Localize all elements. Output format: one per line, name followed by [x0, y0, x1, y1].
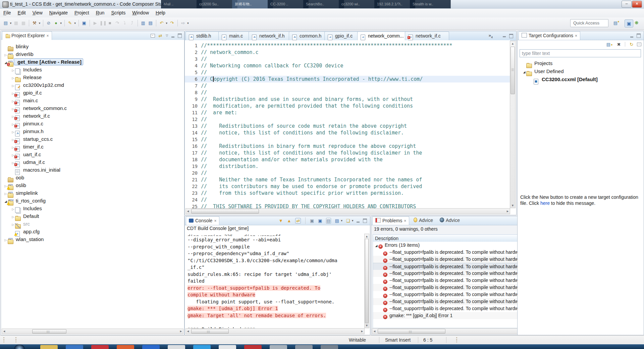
- scroll-up-icon[interactable]: ▲: [287, 218, 291, 223]
- taskbar-app-icon[interactable]: [193, 345, 211, 349]
- link-with-editor-icon[interactable]: ⇄: [159, 33, 162, 38]
- console-vscrollbar[interactable]: ▲ ▼: [364, 234, 369, 328]
- taskbar-app-icon[interactable]: [168, 345, 185, 349]
- editor-vscrollbar[interactable]: ▲ ||| ▼: [510, 41, 516, 208]
- taskbar-app-icon[interactable]: [244, 345, 262, 349]
- taskbar-app-icon[interactable]: [295, 345, 313, 349]
- menu-edit[interactable]: Edit: [14, 9, 29, 17]
- tree-item-Default[interactable]: ▷Default: [11, 212, 39, 220]
- editor-tab-network_if.c[interactable]: .c✕network_if.c: [405, 32, 449, 40]
- tree-expander-icon[interactable]: ◢: [374, 242, 378, 249]
- taskbar-app-icon[interactable]: [117, 345, 134, 349]
- open-console-icon[interactable]: ❏: [346, 218, 350, 223]
- tree-item-udma_if.c[interactable]: ▷.c✕udma_if.c: [11, 158, 45, 166]
- scroll-lock-down-icon[interactable]: ▼: [279, 218, 283, 223]
- clear-console-icon[interactable]: ▣: [310, 218, 314, 223]
- tab-advice-1[interactable]: Advice: [411, 216, 436, 225]
- editor-tab-network_if.h[interactable]: .hnetwork_if.h: [249, 32, 295, 40]
- maximize-editor-icon[interactable]: [509, 34, 513, 38]
- tree-item-ti_rtos_config[interactable]: ◢RTSCti_rtos_config: [4, 197, 46, 205]
- tree-item-Release[interactable]: ▷Release: [11, 73, 42, 81]
- start-button[interactable]: [14, 345, 25, 349]
- menu-file[interactable]: File: [0, 9, 14, 17]
- tree-item-wlan_station[interactable]: ▷CCSwlan_station: [4, 235, 44, 243]
- tree-item-main.c[interactable]: ▷.c✕main.c: [11, 97, 38, 104]
- debug-bug-icon[interactable]: ●: [53, 20, 59, 26]
- tab-project-explorer[interactable]: Project Explorer×: [2, 31, 52, 40]
- taskbar-app-icon[interactable]: [219, 345, 236, 349]
- close-icon[interactable]: ×: [404, 219, 406, 223]
- target-tree-item-CC3200.ccxml[interactable]: ▦CC3200.ccxml [Default]: [530, 75, 598, 83]
- tree-item-get_time[interactable]: ◢CCS✕get_time [Active - Release]: [4, 58, 83, 66]
- close-window-button[interactable]: ×: [632, 1, 642, 8]
- close-icon[interactable]: ×: [575, 34, 577, 38]
- target-tree-item-Projects[interactable]: Projects: [522, 59, 552, 67]
- menu-help[interactable]: Help: [152, 9, 169, 17]
- display-console-icon[interactable]: ▤: [335, 218, 339, 223]
- minimize-editor-icon[interactable]: [503, 36, 506, 37]
- tree-item-network_if.c[interactable]: ▷.c✕network_if.c: [11, 112, 50, 120]
- maximize-view-icon[interactable]: [178, 34, 182, 38]
- tree-item-startup_ccs.c[interactable]: ▷.c✕startup_ccs.c: [11, 135, 53, 143]
- tree-item-oob[interactable]: oob: [4, 174, 24, 181]
- tree-item-Includes[interactable]: ▷hIncludes: [11, 66, 42, 73]
- new-file-icon[interactable]: ▤: [3, 20, 9, 26]
- project-explorer-hscrollbar[interactable]: ◄ ||| ►: [2, 329, 183, 334]
- tree-item-driverlib[interactable]: ▷CCSdriverlib: [4, 50, 34, 58]
- ccs-debug-perspective-icon[interactable]: ❋: [635, 20, 639, 25]
- quick-access-box[interactable]: Quick Access: [570, 19, 608, 27]
- tree-item-cc3200v1p32.cmd[interactable]: ▷cc3200v1p32.cmd: [11, 81, 64, 89]
- console-output[interactable]: diag_warning 225 --diag_wrap=off--displa…: [185, 233, 365, 329]
- lock-console-icon[interactable]: ▣: [318, 218, 322, 223]
- open-perspective-icon[interactable]: ▤✦: [612, 20, 622, 26]
- taskbar-app-icon[interactable]: [142, 345, 160, 349]
- tree-expander-icon[interactable]: ▷: [4, 236, 8, 244]
- delete-icon[interactable]: ✖: [617, 42, 621, 47]
- show-output-when-changes-icon[interactable]: ⇄: [295, 218, 301, 224]
- tree-item-pinmux.h[interactable]: ▷.hpinmux.h: [11, 127, 44, 135]
- menu-project[interactable]: Project: [71, 9, 93, 17]
- ccs-edit-perspective-icon[interactable]: ▣: [625, 19, 633, 27]
- tree-item-gpio_if.c[interactable]: ▷.c✕gpio_if.c: [11, 89, 42, 97]
- close-icon[interactable]: ×: [214, 219, 216, 223]
- tree-item-blinky[interactable]: blinky: [4, 43, 29, 50]
- redo-icon[interactable]: ↷: [169, 20, 175, 26]
- code-editor[interactable]: 1//*************************************…: [185, 40, 510, 209]
- taskbar-app-icon[interactable]: [66, 345, 83, 349]
- menu-window[interactable]: Window: [129, 9, 152, 17]
- new-target-configuration-icon[interactable]: ▤✦: [606, 42, 613, 47]
- tree-item-macros.ini_initial[interactable]: macros.ini_initial: [11, 166, 60, 174]
- tree-item-src[interactable]: ▷src: [11, 220, 30, 228]
- tree-item-oslib[interactable]: ▷CCSoslib: [4, 181, 26, 189]
- forward-nav-icon[interactable]: ⇨: [180, 20, 186, 26]
- taskbar-app-icon[interactable]: [91, 345, 109, 349]
- tab-problems[interactable]: Problems×: [372, 216, 409, 225]
- filter-input[interactable]: type filter text: [520, 49, 641, 57]
- editor-hscrollbar[interactable]: ◄ ►: [185, 208, 510, 214]
- windows-taskbar[interactable]: [0, 344, 644, 349]
- maximize-view-icon[interactable]: [637, 34, 641, 38]
- pin-console-icon[interactable]: ▤: [326, 218, 331, 224]
- console-hscrollbar[interactable]: ◄ ||| ►: [185, 328, 365, 334]
- debug-bug-icon-dropdown[interactable]: ▼: [60, 22, 62, 25]
- tree-item-Includes[interactable]: ▷hIncludes: [11, 205, 42, 212]
- forward-nav-icon-dropdown[interactable]: ▼: [187, 22, 190, 25]
- tab-advice-2[interactable]: Advice: [437, 216, 463, 225]
- refresh-icon[interactable]: ↻: [630, 42, 633, 47]
- tree-item-app.cfg[interactable]: capp.cfg: [11, 228, 40, 235]
- editor-tab-network_comm...[interactable]: .cnetwork_comm...×: [357, 32, 411, 41]
- new-file-icon-dropdown[interactable]: ▼: [9, 22, 12, 25]
- minimize-window-button[interactable]: –: [622, 1, 632, 8]
- view-menu-icon[interactable]: ▽: [166, 34, 168, 37]
- menu-navigate[interactable]: Navigate: [46, 9, 71, 17]
- minimize-view-icon[interactable]: [171, 37, 174, 38]
- registers-icon[interactable]: ▥: [140, 20, 146, 26]
- tree-item-timer_if.c[interactable]: ▷.c✕timer_if.c: [11, 143, 44, 151]
- tree-item-uart_if.c[interactable]: ▷.c✕uart_if.c: [11, 151, 41, 158]
- tab-console[interactable]: Console×: [186, 216, 219, 225]
- flash-icon[interactable]: ✎: [67, 20, 73, 26]
- menu-scripts[interactable]: Scripts: [108, 9, 129, 17]
- hide-message-link[interactable]: here: [540, 200, 550, 206]
- tab-target-configurations[interactable]: Target Configurations×: [519, 31, 580, 40]
- tab-overflow-chevron[interactable]: »4: [489, 33, 493, 39]
